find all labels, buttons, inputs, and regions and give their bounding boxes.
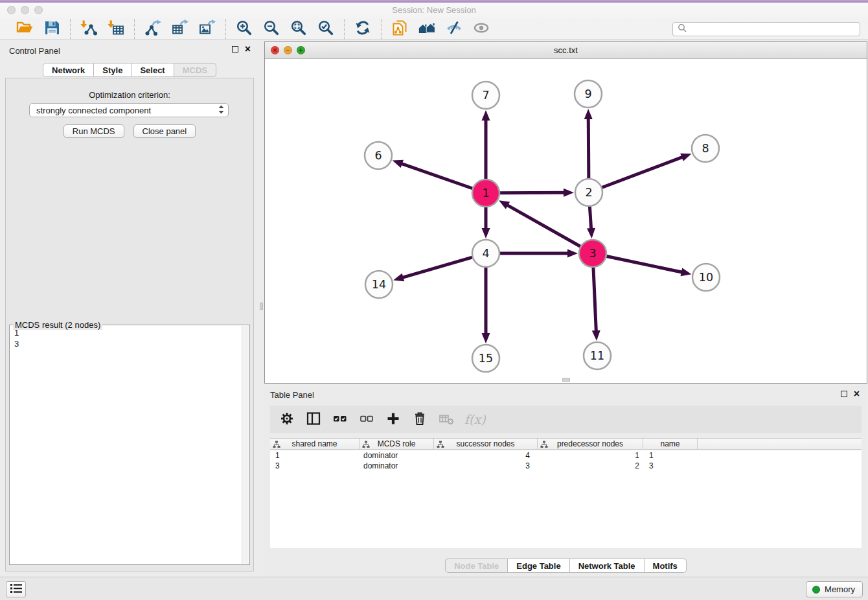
export-image-icon (199, 19, 216, 36)
graph-node-label: 15 (479, 352, 493, 365)
graph-edge-3-1[interactable] (499, 200, 580, 246)
tab-style[interactable]: Style (94, 63, 131, 77)
network-canvas[interactable]: 1234678910111415 (265, 59, 867, 384)
table-cell[interactable]: 2 (538, 461, 643, 470)
tab-select[interactable]: Select (131, 63, 174, 77)
zoom-out-button[interactable] (262, 20, 280, 38)
select-all-columns-button[interactable] (332, 411, 348, 428)
graph-edge-1-7[interactable] (482, 110, 490, 179)
graph-node-8[interactable]: 8 (692, 135, 719, 162)
graph-node-14[interactable]: 14 (365, 271, 393, 298)
clone-network-button[interactable] (391, 20, 409, 38)
table-cell[interactable]: 3 (270, 461, 360, 470)
tab-network-table[interactable]: Network Table (570, 559, 645, 573)
graph-edge-3-11[interactable] (592, 268, 600, 341)
houses-button[interactable] (418, 20, 436, 38)
tab-edge-table[interactable]: Edge Table (508, 559, 569, 573)
graph-node-9[interactable]: 9 (575, 80, 602, 108)
table-row[interactable]: 1dominator411 (270, 450, 862, 461)
graph-edge-4-3[interactable] (500, 249, 578, 258)
run-mcds-button[interactable]: Run MCDS (63, 124, 124, 138)
graph-node-10[interactable]: 10 (692, 264, 720, 291)
close-panel-icon[interactable]: × (245, 46, 251, 52)
table-cell[interactable]: dominator (360, 461, 434, 470)
float-panel-icon[interactable] (232, 46, 238, 52)
table-cell[interactable]: 1 (643, 451, 698, 460)
optimization-select[interactable]: strongly connected component (29, 103, 229, 117)
result-scrollbar[interactable] (242, 326, 249, 564)
zoom-fit-button[interactable] (290, 20, 308, 38)
tab-mcds[interactable]: MCDS (174, 63, 216, 77)
table-close-icon[interactable]: × (854, 391, 860, 397)
zoom-button[interactable] (34, 6, 43, 14)
import-network-button[interactable] (80, 20, 98, 38)
memory-button[interactable]: Memory (806, 581, 863, 597)
graph-edge-3-10[interactable] (607, 257, 692, 277)
network-splitter-handle[interactable] (562, 378, 570, 382)
splitter-handle[interactable] (260, 303, 263, 310)
graph-node-15[interactable]: 15 (472, 345, 499, 372)
graph-edge-2-9[interactable] (584, 109, 593, 178)
graph-edge-1-2[interactable] (500, 189, 574, 197)
table-cell[interactable]: 3 (643, 461, 698, 470)
close-button[interactable] (7, 6, 16, 14)
graph-edge-2-8[interactable] (602, 154, 692, 188)
table-cell[interactable]: dominator (360, 451, 434, 460)
split-panel-button[interactable] (305, 411, 322, 428)
hide-graphics-details-icon (446, 19, 463, 36)
graph-node-6[interactable]: 6 (365, 142, 392, 169)
import-table-icon (108, 19, 124, 36)
column-header-name[interactable]: name (643, 439, 698, 449)
result-line: 1 (14, 327, 241, 338)
minimize-button[interactable] (21, 6, 29, 14)
tab-network[interactable]: Network (43, 63, 94, 77)
export-image-button[interactable] (198, 20, 216, 38)
tab-node-table[interactable]: Node Table (445, 559, 508, 573)
graph-node-7[interactable]: 7 (472, 82, 499, 109)
tab-motifs[interactable]: Motifs (645, 559, 687, 573)
zoom-selected-button[interactable] (317, 20, 335, 38)
graph-edge-1-6[interactable] (393, 160, 473, 189)
table-cell[interactable]: 4 (434, 451, 538, 460)
houses-icon (418, 19, 435, 36)
apply-layout-button[interactable] (354, 20, 372, 38)
save-session-button[interactable] (43, 20, 61, 38)
close-panel-button[interactable]: Close panel (133, 124, 196, 138)
table-row[interactable]: 3dominator323 (270, 461, 862, 471)
main-toolbar (0, 18, 868, 40)
export-table-button[interactable] (171, 20, 189, 38)
open-file-button[interactable] (16, 20, 34, 38)
column-header-successor-nodes[interactable]: successor nodes (434, 439, 538, 449)
delete-column-button[interactable] (411, 411, 428, 428)
graph-edge-4-15[interactable] (482, 268, 490, 343)
column-header-shared-name[interactable]: shared name (270, 439, 360, 449)
graph-edge-4-14[interactable] (393, 257, 472, 281)
graph-node-2[interactable]: 2 (575, 179, 602, 206)
search-input[interactable] (690, 25, 855, 34)
column-header-mcds-role[interactable]: MCDS role (360, 439, 434, 449)
graph-node-4[interactable]: 4 (472, 240, 499, 267)
mcds-result-text[interactable]: 13 (10, 327, 241, 564)
zoom-in-button[interactable] (235, 20, 253, 38)
hide-graphics-details-button[interactable] (445, 20, 463, 38)
graph-edge-1-4[interactable] (482, 207, 490, 238)
graph-node-1[interactable]: 1 (472, 179, 499, 207)
graph-edge-2-3[interactable] (587, 207, 595, 238)
graph-node-3[interactable]: 3 (579, 240, 606, 267)
task-history-button[interactable] (6, 581, 26, 597)
settings-gear-button[interactable] (279, 411, 295, 428)
import-table-button[interactable] (107, 20, 125, 38)
table-tabbar: Node TableEdge TableNetwork TableMotifs (264, 559, 867, 573)
table-cell[interactable]: 1 (270, 451, 360, 460)
column-header-predecessor-nodes[interactable]: predecessor nodes (538, 439, 643, 449)
graph-node-11[interactable]: 11 (584, 342, 611, 369)
deselect-all-columns-button[interactable] (358, 411, 375, 428)
table-cell[interactable]: 3 (434, 461, 538, 470)
tree-icon (273, 441, 280, 448)
table-cell[interactable]: 1 (538, 451, 643, 460)
table-float-icon[interactable] (841, 391, 847, 397)
magnifier-icon (678, 23, 687, 32)
show-graphics-details-button[interactable] (472, 20, 490, 38)
add-column-button[interactable] (385, 411, 402, 428)
export-network-button[interactable] (144, 20, 162, 38)
